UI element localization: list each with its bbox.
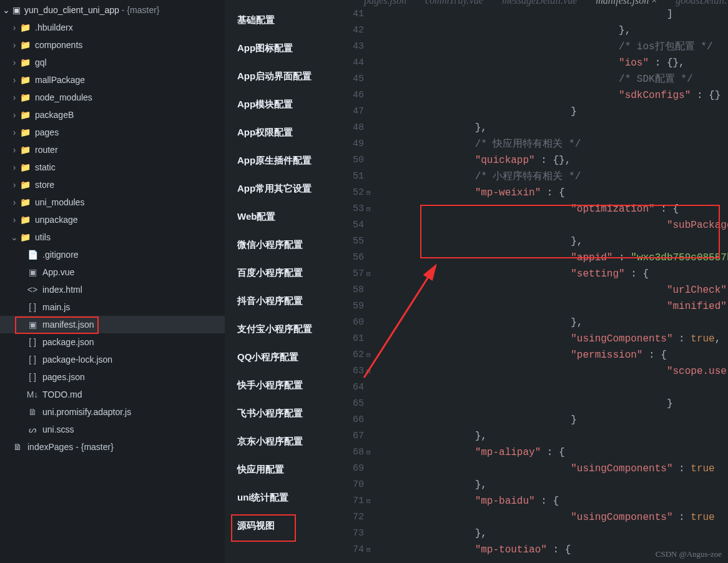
code-area[interactable]: ] }, /* ios打包配置 */ "ios" : {}, /* SDK配置 …: [379, 6, 728, 558]
code-line[interactable]: "sdkConfigs" : {}: [379, 87, 728, 104]
editor-tab[interactable]: manifest.json×: [596, 0, 657, 6]
code-line[interactable]: },: [379, 120, 728, 136]
config-nav-item[interactable]: 百度小程序配置: [225, 259, 339, 287]
config-nav-item[interactable]: 源码视图: [225, 512, 339, 540]
config-nav-item[interactable]: QQ小程序配置: [225, 343, 339, 371]
file-uni.scss[interactable]: ᔕuni.scss: [0, 421, 225, 438]
editor-tab[interactable]: goodsDetail.vue: [676, 0, 728, 6]
file-uni.promisify.adaptor.js[interactable]: 🗎uni.promisify.adaptor.js: [0, 403, 225, 421]
config-nav-item[interactable]: uni统计配置: [225, 484, 339, 512]
file-index.html[interactable]: <>index.html: [0, 281, 225, 298]
code-line[interactable]: },: [379, 477, 728, 493]
config-nav-item[interactable]: App模块配置: [225, 91, 339, 119]
config-nav-item[interactable]: App常用其它设置: [225, 175, 339, 203]
config-nav-item[interactable]: App权限配置: [225, 119, 339, 147]
code-line[interactable]: "usingComponents" : true: [379, 461, 728, 477]
file-main.js[interactable]: [ ]main.js: [0, 298, 225, 316]
file-App.vue[interactable]: ▣App.vue: [0, 263, 225, 281]
code-line[interactable]: "usingComponents" : true,: [379, 331, 728, 347]
code-line[interactable]: }: [379, 104, 728, 120]
file-icon: ᔕ: [26, 424, 39, 434]
file-package-lock.json[interactable]: [ ]package-lock.json: [0, 351, 225, 368]
fold-toggle-icon[interactable]: ⊟: [366, 266, 378, 282]
file-icon: [ ]: [26, 355, 39, 365]
config-nav-item[interactable]: 抖音小程序配置: [225, 287, 339, 315]
code-line[interactable]: },: [379, 315, 728, 331]
code-line[interactable]: "mp-baidu" : {: [379, 493, 728, 509]
code-editor[interactable]: pages.jsoncommTray.vuemessageDetail.vuem…: [339, 0, 728, 563]
config-nav-item[interactable]: App图标配置: [225, 34, 339, 62]
config-nav-item[interactable]: Web配置: [225, 203, 339, 231]
file-explorer[interactable]: ⌄ ▣ yun_duo_client_uni_app - {master} ›📁…: [0, 0, 225, 563]
tree-item-label: unpackage: [35, 215, 78, 225]
fold-toggle-icon[interactable]: ⊟: [366, 542, 378, 558]
folder-utils[interactable]: ⌄📁utils: [0, 228, 225, 246]
code-line[interactable]: "mp-weixin" : {: [379, 185, 728, 201]
code-line[interactable]: },: [379, 22, 728, 39]
editor-tab[interactable]: messageDetail.vue: [502, 0, 577, 6]
code-line[interactable]: "scope.userLocation" : {: [379, 363, 728, 379]
folder-pages[interactable]: ›📁pages: [0, 124, 225, 141]
fold-toggle-icon[interactable]: ⊟: [366, 493, 378, 509]
fold-toggle-icon[interactable]: ⊟: [366, 444, 378, 461]
code-line[interactable]: "usingComponents" : true: [379, 509, 728, 526]
folder-unpackage[interactable]: ›📁unpackage: [0, 211, 225, 228]
code-line[interactable]: ]: [379, 6, 728, 22]
code-line[interactable]: }: [379, 412, 728, 428]
file-package.json[interactable]: [ ]package.json: [0, 333, 225, 351]
folder-packageB[interactable]: ›📁packageB: [0, 106, 225, 124]
manifest-config-nav[interactable]: 基础配置App图标配置App启动界面配置App模块配置App权限配置App原生插…: [225, 0, 339, 563]
close-icon[interactable]: ×: [651, 0, 657, 6]
folder-static[interactable]: ›📁static: [0, 159, 225, 176]
code-line[interactable]: },: [379, 428, 728, 444]
code-line[interactable]: "mp-alipay" : {: [379, 444, 728, 461]
folder-.hbuilderx[interactable]: ›📁.hbuilderx: [0, 19, 225, 36]
config-nav-item[interactable]: 快手小程序配置: [225, 371, 339, 399]
config-nav-item[interactable]: 京东小程序配置: [225, 428, 339, 456]
config-nav-item[interactable]: App原生插件配置: [225, 147, 339, 175]
config-nav-item[interactable]: App启动界面配置: [225, 62, 339, 91]
code-line[interactable]: "ios" : {},: [379, 55, 728, 71]
folder-gql[interactable]: ›📁gql: [0, 54, 225, 71]
code-line[interactable]: /* 快应用特有相关 */: [379, 136, 728, 152]
config-nav-item[interactable]: 快应用配置: [225, 456, 339, 484]
config-nav-item[interactable]: 基础配置: [225, 6, 339, 34]
fold-toggle-icon[interactable]: ⊟: [366, 185, 378, 201]
code-line[interactable]: }: [379, 396, 728, 412]
folder-icon: 📁: [19, 180, 31, 190]
editor-tabbar[interactable]: pages.jsoncommTray.vuemessageDetail.vuem…: [339, 0, 728, 6]
tree-item-label: TODO.md: [42, 389, 82, 399]
config-nav-item[interactable]: 微信小程序配置: [225, 231, 339, 259]
folder-node_modules[interactable]: ›📁node_modules: [0, 89, 225, 106]
config-nav-item[interactable]: 飞书小程序配置: [225, 399, 339, 428]
folder-uni_modules[interactable]: ›📁uni_modules: [0, 193, 225, 211]
code-line[interactable]: },: [379, 526, 728, 542]
code-line[interactable]: "urlCheck" : false,: [379, 282, 728, 298]
folder-components[interactable]: ›📁components: [0, 36, 225, 54]
fold-toggle-icon[interactable]: ⊟: [366, 347, 378, 363]
code-line[interactable]: "quickapp" : {},: [379, 152, 728, 169]
fold-toggle-icon[interactable]: ⊟: [366, 201, 378, 217]
code-line[interactable]: /* ios打包配置 */: [379, 39, 728, 55]
file-.gitignore[interactable]: 📄.gitignore: [0, 246, 225, 263]
secondary-root[interactable]: 🗎 indexPages - {master}: [0, 438, 225, 452]
code-line[interactable]: "minified" : true: [379, 298, 728, 315]
folder-mallPackage[interactable]: ›📁mallPackage: [0, 71, 225, 89]
code-line[interactable]: /* SDK配置 */: [379, 71, 728, 87]
editor-tab[interactable]: pages.json: [364, 0, 406, 6]
code-line[interactable]: /* 小程序特有相关 */: [379, 169, 728, 185]
editor-tab[interactable]: commTray.vue: [425, 0, 483, 6]
file-TODO.md[interactable]: M↓TODO.md: [0, 386, 225, 403]
file-pages.json[interactable]: [ ]pages.json: [0, 368, 225, 386]
code-line[interactable]: "desc" : "获取您的地理位置信息": [379, 379, 728, 396]
file-manifest.json[interactable]: ▣manifest.json: [0, 316, 225, 333]
folder-router[interactable]: ›📁router: [0, 141, 225, 159]
code-line[interactable]: "permission" : {: [379, 347, 728, 363]
annotation-box-optimization: [420, 205, 720, 258]
project-root[interactable]: ⌄ ▣ yun_duo_client_uni_app - {master}: [0, 2, 225, 19]
folder-store[interactable]: ›📁store: [0, 176, 225, 193]
fold-spacer: [366, 136, 378, 152]
config-nav-item[interactable]: 支付宝小程序配置: [225, 315, 339, 343]
code-line[interactable]: "setting" : {: [379, 266, 728, 282]
fold-toggle-icon[interactable]: ⊟: [366, 363, 378, 379]
